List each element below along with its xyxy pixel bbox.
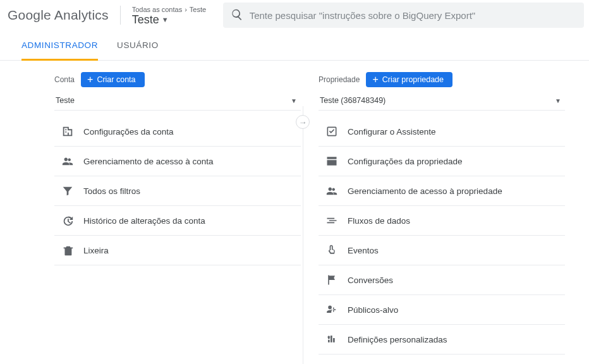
property-selector[interactable]: Teste (368748349) ▼	[319, 91, 565, 111]
create-account-button[interactable]: + Criar conta	[81, 72, 144, 87]
flag-icon	[325, 274, 339, 286]
property-picker[interactable]: Todas as contas › Teste Teste ▼	[126, 4, 214, 27]
breadcrumb: Todas as contas › Teste	[132, 6, 209, 13]
admin-tabs: ADMINISTRADOR USUÁRIO	[0, 30, 589, 61]
property-item-settings[interactable]: Configurações da propriedade	[319, 147, 565, 176]
logo-word-1: Google	[8, 8, 51, 22]
item-label: Configurações da conta	[83, 127, 174, 136]
property-item-custom-defs[interactable]: Definições personalizadas	[319, 325, 565, 355]
account-item-access[interactable]: Gerenciamento de acesso à conta	[54, 147, 301, 176]
property-item-events[interactable]: Eventos	[319, 236, 565, 265]
admin-body: → Conta + Criar conta Teste ▼ Configuraç…	[0, 61, 589, 364]
property-heading: Propriedade	[319, 75, 360, 84]
plus-icon: +	[87, 76, 93, 83]
account-item-filters[interactable]: Todos os filtros	[54, 176, 301, 206]
item-label: Públicos-alvo	[348, 305, 398, 315]
account-item-settings[interactable]: Configurações da conta	[54, 117, 301, 147]
history-icon	[61, 214, 75, 227]
property-selected: Teste (368748349)	[320, 96, 386, 105]
plus-icon: +	[372, 76, 378, 83]
search-icon	[231, 8, 243, 23]
property-item-conversions[interactable]: Conversões	[319, 265, 565, 295]
account-heading: Conta	[54, 75, 75, 84]
create-property-button[interactable]: + Criar propriedade	[366, 72, 452, 87]
item-label: Definições personalizadas	[348, 335, 447, 344]
caret-down-icon: ▼	[162, 16, 169, 23]
search-input[interactable]	[250, 10, 576, 21]
breadcrumb-root: Todas as contas	[132, 6, 183, 13]
app-header: Google Analytics Todas as contas › Teste…	[0, 0, 589, 30]
checkbox-icon	[325, 125, 339, 138]
item-label: Configurar o Assistente	[348, 127, 436, 136]
audience-icon	[325, 303, 339, 316]
caret-down-icon: ▼	[291, 97, 297, 104]
item-label: Configurações da propriedade	[348, 157, 463, 166]
item-label: Gerenciamento de acesso à propriedade	[348, 186, 502, 196]
breadcrumb-leaf: Teste	[190, 6, 206, 13]
property-name: Teste	[132, 13, 159, 27]
item-label: Histórico de alterações da conta	[83, 216, 205, 226]
account-selector[interactable]: Teste ▼	[54, 91, 301, 111]
property-item-audiences[interactable]: Públicos-alvo	[319, 295, 565, 325]
tap-icon	[325, 244, 339, 257]
logo-word-2: Analytics	[54, 8, 109, 22]
header-divider	[120, 6, 121, 25]
tab-admin[interactable]: ADMINISTRADOR	[21, 30, 98, 61]
stream-icon	[325, 214, 339, 227]
property-column: Propriedade + Criar propriedade Teste (3…	[319, 72, 565, 355]
people-icon	[61, 155, 75, 167]
item-label: Fluxos de dados	[348, 216, 410, 226]
trash-icon	[61, 244, 75, 257]
chevron-right-icon: ›	[185, 6, 187, 13]
caret-down-icon: ▼	[555, 97, 561, 104]
property-name-row: Teste ▼	[132, 13, 209, 27]
building-icon	[61, 125, 75, 138]
property-item-streams[interactable]: Fluxos de dados	[319, 206, 565, 236]
item-label: Conversões	[348, 276, 393, 285]
item-label: Eventos	[348, 246, 379, 255]
account-item-trash[interactable]: Lixeira	[54, 236, 301, 265]
account-header: Conta + Criar conta	[54, 72, 301, 87]
property-header: Propriedade + Criar propriedade	[319, 72, 565, 87]
account-item-history[interactable]: Histórico de alterações da conta	[54, 206, 301, 236]
account-column: Conta + Criar conta Teste ▼ Configuraçõe…	[54, 72, 301, 265]
item-label: Lixeira	[83, 246, 109, 255]
property-item-access[interactable]: Gerenciamento de acesso à propriedade	[319, 176, 565, 206]
account-selected: Teste	[56, 96, 75, 105]
create-account-label: Criar conta	[97, 75, 135, 84]
create-property-label: Criar propriedade	[382, 75, 444, 84]
filter-icon	[61, 185, 75, 197]
columns-wrap: Conta + Criar conta Teste ▼ Configuraçõe…	[54, 72, 571, 364]
custom-defs-icon	[325, 333, 339, 346]
item-label: Gerenciamento de acesso à conta	[83, 157, 214, 166]
item-label: Todos os filtros	[83, 186, 140, 196]
layout-icon	[325, 155, 339, 167]
tab-user[interactable]: USUÁRIO	[117, 30, 159, 61]
property-item-assistant[interactable]: Configurar o Assistente	[319, 117, 565, 147]
people-icon	[325, 185, 339, 197]
product-logo: Google Analytics	[5, 8, 115, 23]
search-bar[interactable]	[223, 3, 584, 28]
